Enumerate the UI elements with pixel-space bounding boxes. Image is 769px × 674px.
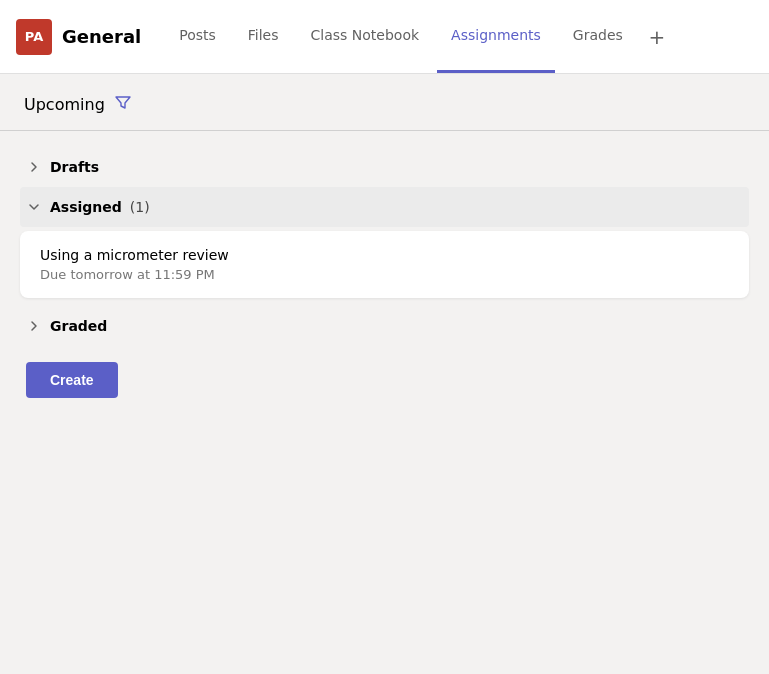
upcoming-header: Upcoming [0, 74, 769, 131]
chevron-down-icon [26, 199, 42, 215]
chevron-right-icon [26, 159, 42, 175]
assignment-card[interactable]: Using a micrometer review Due tomorrow a… [20, 231, 749, 298]
chevron-right-graded-icon [26, 318, 42, 334]
avatar: PA [16, 19, 52, 55]
main-content: Upcoming Drafts Assigned [0, 74, 769, 414]
upcoming-title: Upcoming [24, 95, 105, 114]
channel-name: General [62, 26, 141, 47]
tab-grades[interactable]: Grades [559, 0, 637, 73]
section-drafts-row[interactable]: Drafts [20, 147, 749, 187]
assigned-label: Assigned [50, 199, 122, 215]
section-graded-row[interactable]: Graded [20, 306, 749, 346]
section-assigned-row[interactable]: Assigned (1) [20, 187, 749, 227]
filter-icon[interactable] [115, 94, 131, 114]
assignment-due: Due tomorrow at 11:59 PM [40, 267, 729, 282]
nav-tabs: Posts Files Class Notebook Assignments G… [165, 0, 673, 73]
tab-posts[interactable]: Posts [165, 0, 230, 73]
tab-class-notebook[interactable]: Class Notebook [297, 0, 434, 73]
drafts-label: Drafts [50, 159, 99, 175]
create-button[interactable]: Create [26, 362, 118, 398]
tab-assignments[interactable]: Assignments [437, 0, 555, 73]
assignment-title: Using a micrometer review [40, 247, 729, 263]
assigned-count: (1) [130, 199, 150, 215]
add-tab-button[interactable]: + [641, 21, 673, 53]
tab-files[interactable]: Files [234, 0, 293, 73]
sections-container: Drafts Assigned (1) Using a micrometer r… [0, 131, 769, 414]
graded-label: Graded [50, 318, 107, 334]
top-bar: PA General Posts Files Class Notebook As… [0, 0, 769, 74]
